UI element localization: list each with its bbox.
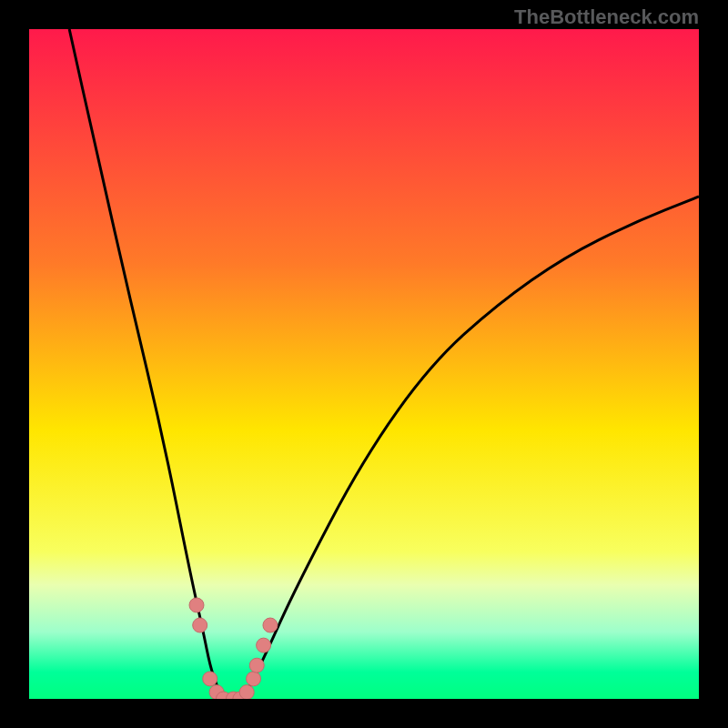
data-marker xyxy=(239,685,254,699)
data-marker xyxy=(189,598,204,612)
watermark-text: TheBottleneck.com xyxy=(514,5,699,29)
data-marker xyxy=(247,672,261,686)
bottleneck-curve xyxy=(69,29,699,699)
data-marker xyxy=(249,658,264,672)
data-marker xyxy=(257,638,271,652)
data-marker xyxy=(263,618,278,632)
chart-frame: TheBottleneck.com xyxy=(0,0,728,728)
chart-svg xyxy=(29,29,699,699)
data-marker xyxy=(203,672,217,686)
plot-area xyxy=(29,29,699,699)
data-marker xyxy=(193,618,207,632)
